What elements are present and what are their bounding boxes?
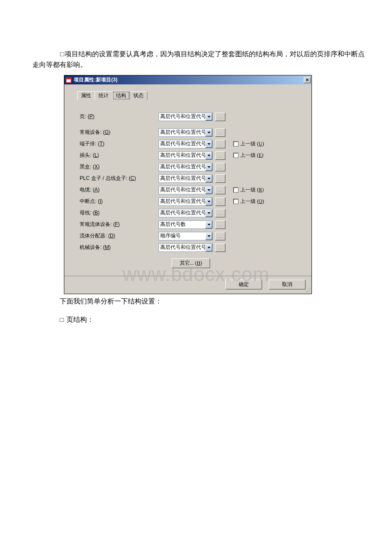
- row-label: 母线: (B): [80, 209, 159, 217]
- tab-statistics[interactable]: 统计: [95, 91, 112, 100]
- svg-rect-2: [66, 78, 71, 79]
- select-value: 高层代号和位置代号: [159, 113, 205, 120]
- svg-marker-7: [208, 166, 210, 168]
- other-button[interactable]: 其它... (H): [172, 258, 210, 268]
- svg-marker-6: [208, 155, 210, 156]
- bullet-icon: □: [60, 50, 64, 58]
- other-button-label: 其它...: [180, 260, 194, 267]
- para1-text: 项目结构的设置需要认真考虑，因为项目结构决定了整套图纸的结构布局，对以后的页排序…: [32, 50, 365, 68]
- select-value: 高层代号数: [159, 221, 205, 228]
- dialog-title: 项目属性:新项目(3): [74, 76, 304, 84]
- parent-level-checkbox[interactable]: [233, 199, 239, 204]
- structure-select[interactable]: 顺序编号: [159, 232, 213, 240]
- parent-level-checkbox[interactable]: [233, 141, 239, 147]
- resize-grip-icon[interactable]: [305, 287, 311, 293]
- structure-select[interactable]: 高层代号和位置代号: [159, 113, 213, 121]
- structure-select[interactable]: 高层代号和位置代号: [159, 186, 213, 194]
- browse-button[interactable]: ...: [215, 243, 225, 252]
- svg-marker-3: [208, 116, 210, 118]
- svg-marker-9: [208, 189, 210, 191]
- row-label: 插头: (L): [80, 152, 159, 159]
- select-value: 高层代号和位置代号: [159, 175, 205, 182]
- row-label: 页: (P): [80, 113, 159, 120]
- ok-button[interactable]: 确定: [225, 280, 262, 289]
- doc-paragraph-3: □ 页结构：: [60, 315, 94, 324]
- chevron-down-icon: [205, 232, 212, 240]
- row-label: 端子排: (T): [80, 140, 159, 147]
- parent-level-checkbox-area: 上一级 (R): [233, 186, 264, 194]
- browse-button[interactable]: ...: [215, 186, 225, 194]
- other-button-hotkey: H: [197, 260, 201, 266]
- row-label: 电缆: (A): [80, 186, 159, 194]
- row-label: 流体分配器: (D): [80, 232, 159, 240]
- structure-select[interactable]: 高层代号和位置代号: [159, 163, 213, 171]
- browse-button[interactable]: ...: [215, 232, 225, 240]
- checkbox-label: 上一级 (R): [240, 186, 264, 194]
- row-label: 机械设备: (M): [80, 244, 159, 251]
- browse-button[interactable]: ...: [215, 140, 225, 148]
- dialog-footer: 确定 取消: [64, 276, 311, 294]
- parent-level-checkbox[interactable]: [233, 187, 239, 193]
- form-row: 机械设备: (M)高层代号和位置代号...: [80, 242, 302, 253]
- structure-select[interactable]: 高层代号和位置代号: [159, 209, 213, 217]
- svg-marker-14: [208, 247, 210, 249]
- svg-marker-5: [208, 143, 210, 145]
- form-row: 常规设备: (G)高层代号和位置代号...: [80, 127, 302, 138]
- browse-button[interactable]: ...: [215, 220, 225, 229]
- structure-select[interactable]: 高层代号和位置代号: [159, 151, 213, 160]
- close-button[interactable]: ✕: [304, 77, 311, 83]
- parent-level-checkbox-area: 上一级 (E): [233, 152, 263, 159]
- chevron-down-icon: [205, 209, 212, 217]
- app-icon: [65, 77, 72, 84]
- row-label: 常规流体设备: (F): [80, 221, 159, 228]
- form-row: PLC 盒子 / 总线盒子: (C)高层代号和位置代号...: [80, 173, 302, 184]
- titlebar: 项目属性:新项目(3) ✕: [64, 75, 311, 84]
- browse-button[interactable]: ...: [215, 163, 225, 171]
- chevron-down-icon: [205, 140, 212, 148]
- select-value: 高层代号和位置代号: [159, 152, 205, 159]
- form-row: 端子排: (T)高层代号和位置代号...上一级 (U): [80, 138, 302, 150]
- structure-select[interactable]: 高层代号和位置代号: [159, 243, 213, 252]
- tab-status[interactable]: 状态: [130, 91, 147, 100]
- select-value: 高层代号和位置代号: [159, 198, 205, 205]
- structure-select[interactable]: 高层代号数: [159, 220, 213, 229]
- chevron-down-icon: [205, 221, 212, 228]
- svg-marker-13: [208, 235, 210, 237]
- para3-text: 页结构：: [66, 316, 94, 323]
- svg-marker-8: [208, 178, 210, 179]
- browse-button[interactable]: ...: [215, 151, 225, 160]
- select-value: 顺序编号: [159, 232, 205, 240]
- chevron-down-icon: [205, 129, 212, 136]
- parent-level-checkbox-area: 上一级 (O): [233, 198, 264, 205]
- chevron-down-icon: [205, 198, 212, 205]
- form-row: 页: (P)高层代号和位置代号...: [80, 111, 302, 122]
- parent-level-checkbox[interactable]: [233, 153, 239, 158]
- tab-structure[interactable]: 结构: [112, 91, 130, 100]
- cancel-button[interactable]: 取消: [269, 280, 306, 289]
- chevron-down-icon: [205, 113, 212, 121]
- chevron-down-icon: [205, 152, 212, 159]
- svg-marker-4: [208, 132, 210, 133]
- browse-button[interactable]: ...: [215, 128, 225, 137]
- form-row: 常规流体设备: (F)高层代号数...: [80, 219, 302, 230]
- checkbox-label: 上一级 (U): [240, 140, 264, 147]
- row-label: 常规设备: (G): [80, 129, 159, 136]
- select-value: 高层代号和位置代号: [159, 163, 205, 171]
- doc-paragraph-2: 下面我们简单分析一下结构设置：: [60, 297, 162, 306]
- browse-button[interactable]: ...: [215, 209, 225, 217]
- browse-button[interactable]: ...: [215, 174, 225, 183]
- form-row: 电缆: (A)高层代号和位置代号...上一级 (R): [80, 184, 302, 196]
- doc-paragraph-1: □项目结构的设置需要认真考虑，因为项目结构决定了整套图纸的结构布局，对以后的页排…: [32, 49, 367, 70]
- row-label: 黑盒: (X): [80, 163, 159, 171]
- row-label: 中断点: (I): [80, 198, 159, 205]
- browse-button[interactable]: ...: [215, 197, 225, 206]
- select-value: 高层代号和位置代号: [159, 140, 205, 147]
- select-value: 高层代号和位置代号: [159, 244, 205, 251]
- structure-select[interactable]: 高层代号和位置代号: [159, 197, 213, 206]
- tab-properties[interactable]: 属性: [77, 91, 95, 100]
- structure-select[interactable]: 高层代号和位置代号: [159, 174, 213, 183]
- structure-select[interactable]: 高层代号和位置代号: [159, 140, 213, 148]
- form-row: 中断点: (I)高层代号和位置代号...上一级 (O): [80, 196, 302, 207]
- structure-select[interactable]: 高层代号和位置代号: [159, 128, 213, 137]
- browse-button[interactable]: ...: [215, 113, 225, 121]
